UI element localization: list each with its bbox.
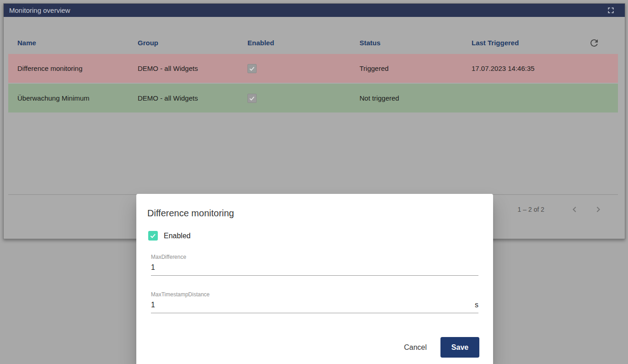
table-row[interactable]: Difference monitoring DEMO - all Widgets… — [8, 54, 618, 83]
column-header-name: Name — [17, 39, 138, 47]
row-group: DEMO - all Widgets — [138, 64, 247, 72]
enabled-checkbox-row: Enabled — [148, 231, 482, 241]
maxdifference-label: MaxDifference — [151, 254, 478, 260]
row-last-triggered: 17.07.2023 14:46:35 — [472, 64, 586, 72]
chevron-right-icon — [593, 204, 604, 215]
dialog-enabled-label: Enabled — [164, 232, 191, 240]
refresh-button[interactable] — [589, 37, 600, 48]
maxtimestampdistance-suffix: s — [475, 301, 478, 309]
row-group: DEMO - all Widgets — [138, 94, 247, 102]
column-header-last-triggered: Last Triggered — [472, 39, 586, 47]
fullscreen-icon[interactable] — [606, 5, 616, 15]
row-status: Triggered — [360, 64, 472, 72]
paginator-range-label: 1 – 2 of 2 — [518, 206, 544, 213]
enabled-checkbox[interactable] — [247, 94, 257, 103]
checkmark-icon — [248, 65, 256, 72]
edit-monitoring-dialog: Difference monitoring Enabled MaxDiffere… — [136, 194, 493, 364]
previous-page-button[interactable] — [565, 200, 584, 219]
table-header-row: Name Group Enabled Status Last Triggered — [8, 17, 618, 54]
cancel-button[interactable]: Cancel — [397, 339, 433, 356]
maxdifference-field: MaxDifference — [151, 254, 478, 276]
maxtimestampdistance-input[interactable] — [151, 300, 475, 310]
row-name: Überwachung Minimum — [17, 94, 138, 102]
panel-titlebar: Monitoring overview — [4, 4, 625, 17]
next-page-button[interactable] — [589, 200, 607, 219]
maxdifference-input[interactable] — [151, 263, 478, 272]
dialog-enabled-checkbox[interactable] — [148, 231, 158, 241]
save-button[interactable]: Save — [440, 337, 479, 358]
dialog-actions: Cancel Save — [397, 337, 479, 358]
enabled-checkbox[interactable] — [247, 64, 257, 73]
panel-title: Monitoring overview — [9, 6, 70, 14]
dialog-title: Difference monitoring — [147, 208, 482, 219]
maxtimestampdistance-label: MaxTimestampDistance — [151, 291, 478, 298]
table-row[interactable]: Überwachung Minimum DEMO - all Widgets N… — [8, 84, 618, 112]
chevron-left-icon — [569, 204, 580, 215]
column-header-enabled: Enabled — [247, 39, 360, 47]
refresh-icon — [589, 37, 600, 48]
row-status: Not triggered — [360, 94, 472, 102]
row-name: Difference monitoring — [17, 64, 138, 72]
maxtimestampdistance-field: MaxTimestampDistance s — [151, 291, 478, 313]
column-header-status: Status — [360, 39, 472, 47]
column-header-group: Group — [138, 39, 247, 47]
checkmark-icon — [149, 232, 157, 240]
checkmark-icon — [248, 95, 256, 102]
